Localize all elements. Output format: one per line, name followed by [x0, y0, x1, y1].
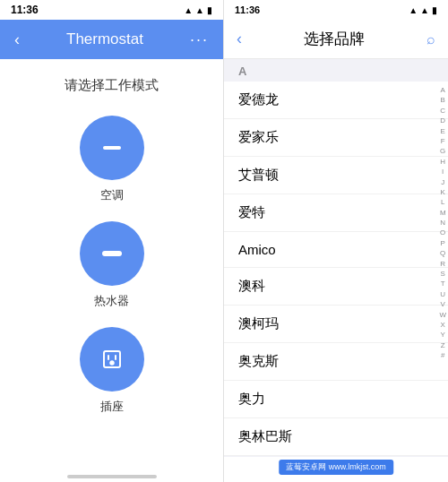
heater-label: 热水器 [94, 293, 129, 309]
alpha-K[interactable]: K [441, 188, 445, 197]
alpha-I[interactable]: I [442, 168, 444, 176]
alpha-G[interactable]: G [440, 147, 445, 156]
left-nav-bar: ‹ Thermostat ··· [0, 20, 223, 59]
brand-item[interactable]: 澳柯玛 [224, 306, 448, 343]
svg-rect-0 [103, 146, 121, 150]
alpha-J[interactable]: J [441, 178, 444, 187]
mode-heater[interactable]: 热水器 [80, 221, 144, 309]
alpha-T[interactable]: T [441, 280, 445, 288]
alpha-Y[interactable]: Y [441, 331, 445, 340]
alpha-S[interactable]: S [441, 270, 445, 279]
right-status-bar: 11:36 ▲ ▲ ▮ [224, 0, 448, 20]
right-signal-icon: ▲ [409, 5, 418, 15]
right-search-button[interactable]: ⌕ [426, 31, 435, 47]
brand-item[interactable]: 爱家乐 [224, 119, 448, 157]
more-options-button[interactable]: ··· [190, 30, 209, 49]
left-status-icons: ▲ ▲ ▮ [184, 5, 212, 15]
right-battery-icon: ▮ [432, 5, 437, 15]
alpha-V[interactable]: V [441, 300, 445, 309]
right-wifi-icon: ▲ [420, 5, 429, 15]
alpha-B[interactable]: B [441, 96, 445, 105]
watermark: 蓝莓安卓网 www.lmkjst.com [279, 460, 393, 475]
mode-ac[interactable]: 空调 [80, 116, 144, 203]
section-header-a: A [224, 59, 448, 82]
heater-icon [96, 237, 128, 270]
heater-icon-circle[interactable] [80, 221, 144, 286]
left-panel: 11:36 ▲ ▲ ▮ ‹ Thermostat ··· 请选择工作模式 空调 [0, 0, 224, 482]
alpha-W[interactable]: W [439, 311, 446, 320]
alpha-D[interactable]: D [440, 116, 445, 125]
right-back-button[interactable]: ‹ [237, 30, 242, 48]
brand-item[interactable]: 奥林巴斯 [224, 418, 448, 456]
brand-item[interactable]: 奥力 [224, 381, 448, 418]
svg-point-5 [110, 362, 113, 365]
alpha-R[interactable]: R [440, 260, 445, 269]
svg-rect-1 [102, 251, 122, 256]
alpha-hash[interactable]: # [441, 351, 444, 360]
socket-icon [96, 343, 128, 375]
alpha-A[interactable]: A [441, 86, 445, 95]
wifi-icon: ▲ [195, 5, 204, 15]
battery-icon: ▮ [207, 5, 212, 15]
alpha-X[interactable]: X [441, 321, 445, 330]
alpha-E[interactable]: E [441, 127, 445, 136]
right-time: 11:36 [235, 4, 260, 15]
alpha-P[interactable]: P [441, 239, 445, 248]
right-panel: 11:36 ▲ ▲ ▮ ‹ 选择品牌 ⌕ A 爱德龙 爱家乐 艾普顿 爱特 Am… [224, 0, 448, 482]
ac-icon-circle[interactable] [80, 116, 144, 180]
brand-item[interactable]: 奥克斯 [224, 343, 448, 381]
alpha-O[interactable]: O [440, 228, 445, 237]
alpha-M[interactable]: M [440, 209, 446, 218]
mode-subtitle: 请选择工作模式 [65, 77, 159, 94]
right-status-icons: ▲ ▲ ▮ [409, 5, 437, 15]
alpha-N[interactable]: N [440, 219, 445, 228]
alpha-L[interactable]: L [441, 198, 444, 207]
ac-label: 空调 [100, 187, 124, 203]
alpha-F[interactable]: F [441, 137, 445, 146]
alpha-Z[interactable]: Z [441, 341, 445, 350]
alpha-C[interactable]: C [440, 107, 445, 116]
left-time: 11:36 [11, 4, 39, 16]
watermark-bar: 蓝莓安卓网 www.lmkjst.com [224, 457, 448, 482]
left-status-bar: 11:36 ▲ ▲ ▮ [0, 0, 223, 20]
left-nav-title: Thermostat [66, 30, 143, 48]
alpha-H[interactable]: H [440, 158, 445, 167]
socket-icon-circle[interactable] [80, 327, 144, 392]
brand-item[interactable]: 艾普顿 [224, 157, 448, 194]
socket-label: 插座 [100, 399, 124, 415]
brand-item[interactable]: 澳科 [224, 268, 448, 306]
signal-icon: ▲ [184, 5, 193, 15]
right-nav-title: 选择品牌 [304, 29, 365, 49]
alpha-U[interactable]: U [440, 290, 445, 299]
brand-item[interactable]: 爱特 [224, 194, 448, 232]
alpha-Q[interactable]: Q [440, 249, 445, 258]
brand-item[interactable]: 爱德龙 [224, 82, 448, 119]
home-indicator-area [0, 464, 223, 482]
ac-icon [96, 132, 128, 164]
right-nav-bar: ‹ 选择品牌 ⌕ [224, 20, 448, 59]
left-content: 请选择工作模式 空调 热水器 [0, 59, 223, 464]
mode-socket[interactable]: 插座 [80, 327, 144, 415]
brand-item[interactable]: Amico [224, 232, 448, 268]
brand-list: A 爱德龙 爱家乐 艾普顿 爱特 Amico 澳科 澳柯玛 奥克斯 奥力 奥林巴… [224, 59, 448, 457]
alphabet-index[interactable]: A B C D E F G H I J K L M N O P Q R S T … [439, 86, 446, 361]
left-back-button[interactable]: ‹ [14, 30, 20, 49]
home-indicator [67, 475, 157, 478]
